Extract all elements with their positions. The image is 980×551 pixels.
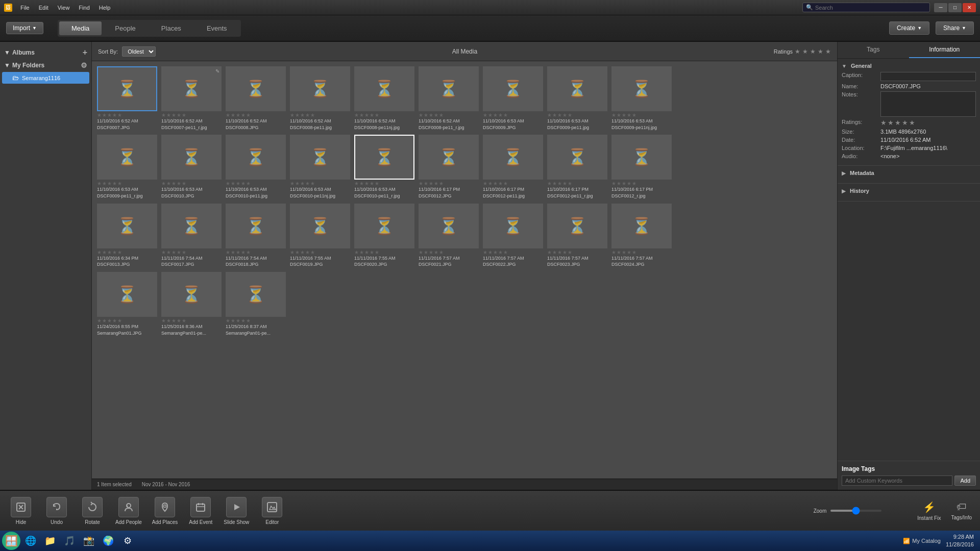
- photo-thumb[interactable]: ⏳ ✎: [161, 66, 222, 111]
- ratings-star-2[interactable]: ★: [802, 48, 808, 55]
- folders-section-header[interactable]: ▼ My Folders ⚙: [0, 59, 91, 71]
- rotate-button[interactable]: Rotate: [80, 497, 105, 525]
- photo-thumb[interactable]: ⏳: [290, 204, 350, 248]
- maximize-button[interactable]: □: [948, 3, 962, 12]
- taskbar-app-ie[interactable]: 🌐: [21, 532, 40, 550]
- tab-people[interactable]: People: [103, 21, 148, 35]
- add-event-button[interactable]: Add Event: [188, 497, 213, 525]
- taskbar-app-chrome[interactable]: 🌍: [99, 532, 117, 550]
- photo-thumb[interactable]: ⏳: [290, 66, 350, 111]
- photo-thumb[interactable]: ⏳: [226, 272, 286, 317]
- start-button[interactable]: 🪟: [2, 532, 20, 550]
- editor-button[interactable]: Editor: [259, 497, 285, 525]
- history-section-header[interactable]: ▶ History: [842, 188, 976, 194]
- taskbar-app-media[interactable]: 🎵: [60, 532, 79, 550]
- rating-star-1[interactable]: ★: [880, 119, 887, 127]
- menu-help[interactable]: Help: [95, 4, 115, 12]
- instant-fix-button[interactable]: ⚡ Instant Fix: [917, 501, 941, 521]
- add-people-icon: [118, 497, 139, 517]
- photo-thumb[interactable]: ⏳: [226, 135, 286, 180]
- photo-thumb[interactable]: ⏳: [483, 66, 543, 111]
- minimize-button[interactable]: ─: [934, 3, 947, 12]
- photo-stars: ★★★★★: [547, 249, 607, 255]
- photo-thumb[interactable]: ⏳: [419, 66, 479, 111]
- rating-star-2[interactable]: ★: [888, 119, 894, 127]
- slide-show-button[interactable]: Slide Show: [224, 497, 249, 525]
- add-album-button[interactable]: +: [83, 48, 87, 57]
- photo-thumb[interactable]: ⏳: [97, 272, 157, 317]
- photo-thumb[interactable]: ⏳: [547, 204, 607, 248]
- manage-folders-icon[interactable]: ⚙: [81, 61, 87, 69]
- photo-thumb[interactable]: ⏳: [226, 204, 286, 248]
- photo-thumb[interactable]: ⏳: [611, 204, 672, 248]
- photo-thumb[interactable]: ⏳: [354, 135, 414, 180]
- metadata-section-header[interactable]: ▶ Metadata: [842, 170, 976, 176]
- menu-find[interactable]: Find: [75, 4, 93, 12]
- ratings-star-1[interactable]: ★: [795, 48, 800, 55]
- undo-icon: [46, 497, 67, 517]
- location-label: Location:: [842, 145, 877, 151]
- photo-thumb[interactable]: ⏳: [161, 135, 222, 180]
- add-people-button[interactable]: Add People: [115, 497, 142, 525]
- caption-input[interactable]: [880, 72, 976, 81]
- notes-textarea[interactable]: [880, 91, 976, 117]
- photo-thumb[interactable]: ⏳: [354, 66, 414, 111]
- tab-information[interactable]: Information: [909, 42, 981, 58]
- tab-tags[interactable]: Tags: [838, 42, 909, 58]
- ratings-star-5[interactable]: ★: [825, 48, 831, 55]
- zoom-area: Zoom: [814, 508, 882, 514]
- sidebar-item-semarang[interactable]: 🗁 Semarang1116: [2, 72, 89, 84]
- search-input[interactable]: [815, 5, 907, 11]
- photo-thumb[interactable]: ⏳: [419, 204, 479, 248]
- tab-media[interactable]: Media: [59, 21, 102, 35]
- general-section-header[interactable]: ▼ General: [842, 63, 976, 69]
- menu-file[interactable]: File: [16, 4, 34, 12]
- import-button[interactable]: Import ▼: [6, 22, 43, 34]
- menu-edit[interactable]: Edit: [35, 4, 53, 12]
- photo-thumb[interactable]: ⏳: [226, 66, 286, 111]
- photo-thumb[interactable]: ⏳: [161, 272, 222, 317]
- photo-date: 11/24/2016 8:55 PM: [97, 324, 157, 330]
- share-button[interactable]: Share ▼: [936, 21, 974, 35]
- taskbar-app-settings[interactable]: ⚙: [118, 532, 137, 550]
- rating-star-5[interactable]: ★: [909, 119, 915, 127]
- photo-thumb[interactable]: ⏳: [483, 204, 543, 248]
- zoom-slider[interactable]: [830, 510, 881, 512]
- photo-thumb[interactable]: ⏳: [611, 135, 672, 180]
- photo-thumb[interactable]: ⏳: [97, 204, 157, 248]
- photo-name: DSCF0012_r.jpg: [611, 193, 672, 199]
- taskbar-app-photos[interactable]: 📸: [80, 532, 98, 550]
- tab-events[interactable]: Events: [194, 21, 239, 35]
- albums-section-header[interactable]: ▼ Albums +: [0, 46, 91, 59]
- photo-thumb[interactable]: ⏳: [161, 204, 222, 248]
- undo-button[interactable]: Undo: [44, 497, 69, 525]
- photo-thumb[interactable]: ⏳: [354, 204, 414, 248]
- ratings-field: Ratings: ★ ★ ★ ★ ★: [842, 119, 976, 127]
- sort-select[interactable]: Oldest: [122, 46, 156, 57]
- tags-input[interactable]: [842, 475, 952, 486]
- photo-thumb[interactable]: ⏳: [547, 66, 607, 111]
- add-places-button[interactable]: Add Places: [152, 497, 178, 525]
- hide-button[interactable]: Hide: [8, 497, 34, 525]
- tab-places[interactable]: Places: [149, 21, 193, 35]
- tags-info-button[interactable]: 🏷 Tags/Info: [951, 501, 972, 520]
- ratings-star-3[interactable]: ★: [810, 48, 816, 55]
- photo-stars: ★★★★★: [611, 249, 672, 255]
- add-tag-button[interactable]: Add: [954, 475, 976, 486]
- menu-view[interactable]: View: [54, 4, 74, 12]
- close-button[interactable]: ✕: [963, 3, 976, 12]
- create-button[interactable]: Create ▼: [889, 21, 929, 35]
- photo-thumb[interactable]: ⏳: [547, 135, 607, 180]
- photo-thumb[interactable]: ⏳: [97, 66, 157, 111]
- photo-thumb[interactable]: ⏳: [97, 135, 157, 180]
- photo-thumb[interactable]: ⏳: [290, 135, 350, 180]
- photo-thumb[interactable]: ⏳: [611, 66, 672, 111]
- photo-thumb[interactable]: ⏳: [419, 135, 479, 180]
- photo-thumb[interactable]: ⏳: [483, 135, 543, 180]
- photo-row: ⏳ ★★★★★ 11/10/2016 6:52 AM DSCF0007.JPG …: [97, 66, 832, 131]
- audio-value: <none>: [880, 153, 976, 159]
- taskbar-app-explorer[interactable]: 📁: [41, 532, 59, 550]
- rating-star-3[interactable]: ★: [895, 119, 901, 127]
- ratings-star-4[interactable]: ★: [818, 48, 823, 55]
- rating-star-4[interactable]: ★: [902, 119, 908, 127]
